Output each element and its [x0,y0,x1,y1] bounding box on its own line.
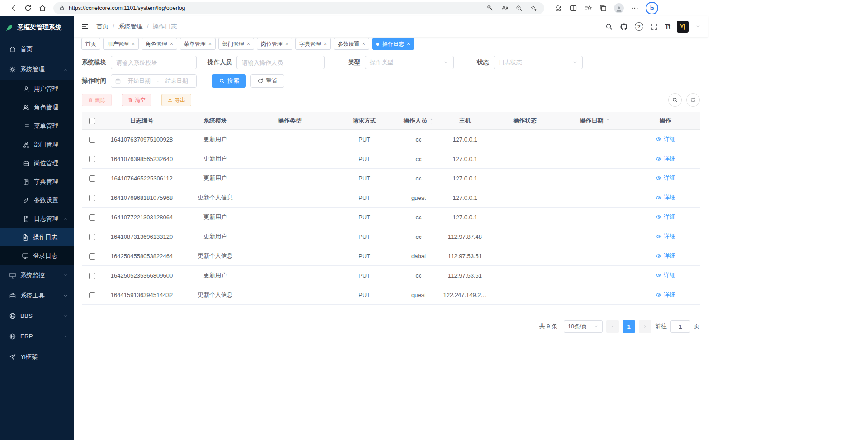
row-checkbox[interactable] [89,175,95,182]
row-checkbox[interactable] [89,292,95,298]
search-button[interactable]: 搜索 [212,74,246,88]
breadcrumb-item[interactable]: 系统管理 / [118,23,153,31]
sidebar-item[interactable]: BBS [0,306,74,326]
close-tab-icon[interactable]: × [362,41,365,47]
detail-link[interactable]: 详细 [656,155,675,163]
extensions-button[interactable] [554,4,562,12]
back-button[interactable] [6,2,21,14]
sidebar-item[interactable]: 部门管理 [0,135,74,154]
select-all-checkbox[interactable] [89,118,95,124]
sort-date-control[interactable] [605,118,610,124]
toggle-search-button[interactable] [668,93,682,107]
detail-link[interactable]: 详细 [656,271,675,279]
sidebar-item[interactable]: 日志管理 [0,209,74,228]
sidebar-item[interactable]: 系统工具 [0,285,74,306]
tab[interactable]: 首页 × [81,38,100,50]
sort-operator-control[interactable] [429,118,434,124]
operator-input[interactable] [236,56,325,69]
sidebar-item[interactable]: 系统监控 [0,265,74,285]
github-button[interactable] [620,23,628,31]
close-tab-icon[interactable]: × [170,41,173,47]
sidebar-item[interactable]: 角色管理 [0,98,74,117]
sidebar-item[interactable]: 登录日志 [0,246,74,265]
detail-link[interactable]: 详细 [656,291,675,299]
detail-link[interactable]: 详细 [656,194,675,202]
row-checkbox[interactable] [89,253,95,260]
favorite-button[interactable] [528,3,539,13]
copilot-button[interactable]: b [646,2,658,14]
help-button[interactable]: ? [635,22,643,31]
chevron-down-icon [443,60,449,65]
tab[interactable]: 角色管理 × [142,38,177,50]
sidebar-item[interactable]: 字典管理 [0,172,74,191]
row-checkbox[interactable] [89,156,95,162]
fullscreen-button[interactable] [650,23,658,31]
breadcrumb-item[interactable]: 首页 / [96,23,118,31]
refresh-table-button[interactable] [686,93,700,107]
reload-button[interactable] [21,2,35,14]
export-button[interactable]: 导出 [161,94,191,106]
prev-page-button[interactable] [606,320,619,333]
sidebar-item[interactable]: Yi框架 [0,346,74,367]
row-checkbox[interactable] [89,273,95,279]
font-size-button[interactable]: Tt [665,23,670,30]
reset-button[interactable]: 重置 [250,74,284,88]
close-tab-icon[interactable]: × [247,41,250,47]
tab[interactable]: 岗位管理 × [257,38,292,50]
row-checkbox[interactable] [89,137,95,143]
sidebar-item[interactable]: 参数设置 [0,191,74,209]
tab[interactable]: 字典管理 × [295,38,331,50]
close-tab-icon[interactable]: × [132,41,135,47]
tab[interactable]: 参数设置 × [334,38,369,50]
profile-button[interactable] [614,3,624,13]
cell-date [559,188,631,208]
current-page-button[interactable]: 1 [623,320,635,333]
close-tab-icon[interactable]: × [324,41,327,47]
user-avatar[interactable]: Yj [677,21,689,33]
sidebar-item[interactable]: 用户管理 [0,80,74,98]
close-tab-icon[interactable]: × [208,41,212,47]
goto-page-input[interactable] [670,320,690,333]
page-size-select[interactable]: 10条/页 [564,320,603,333]
detail-link[interactable]: 详细 [656,213,675,221]
sidebar-item-label: 登录日志 [33,252,57,260]
close-tab-icon[interactable]: × [407,41,410,47]
type-select[interactable]: 操作类型 [365,56,454,69]
close-tab-icon[interactable]: × [285,41,288,47]
detail-link[interactable]: 详细 [656,135,675,143]
row-checkbox[interactable] [89,195,95,201]
header-search-button[interactable] [605,23,613,31]
row-checkbox[interactable] [89,234,95,240]
tab[interactable]: 操作日志 × [372,38,414,50]
collections-button[interactable] [599,4,607,12]
tab[interactable]: 部门管理 × [218,38,254,50]
next-page-button[interactable] [639,320,651,333]
row-checkbox[interactable] [89,214,95,221]
zoom-button[interactable] [514,3,524,13]
module-input[interactable] [111,56,197,69]
home-button[interactable] [35,2,50,14]
read-aloud-button[interactable] [499,3,510,13]
split-screen-button[interactable] [569,4,577,12]
favorites-bar-button[interactable] [584,4,592,12]
sidebar-item[interactable]: 首页 [0,39,74,59]
clear-button[interactable]: 清空 [122,94,151,106]
date-range-picker[interactable]: 开始日期 - 结束日期 [111,74,197,88]
breadcrumb-item[interactable]: 操作日志 / [153,23,177,31]
sidebar-item[interactable]: 系统管理 [0,59,74,80]
sidebar-item[interactable]: ERP [0,326,74,346]
delete-button[interactable]: 删除 [82,94,112,106]
sidebar-item[interactable]: 操作日志 [0,228,74,246]
collapse-sidebar-button[interactable] [81,23,89,31]
tab[interactable]: 菜单管理 × [180,38,216,50]
tab[interactable]: 用户管理 × [103,38,139,50]
browser-menu-button[interactable] [631,4,639,12]
sidebar-item[interactable]: 岗位管理 [0,154,74,172]
detail-link[interactable]: 详细 [656,232,675,241]
password-key-button[interactable] [485,3,495,13]
status-select[interactable]: 日志状态 [494,56,583,69]
address-bar[interactable]: https://ccnetcore.com:1101/system/log/op… [53,2,544,14]
sidebar-item[interactable]: 菜单管理 [0,117,74,135]
detail-link[interactable]: 详细 [656,174,675,182]
detail-link[interactable]: 详细 [656,252,675,260]
